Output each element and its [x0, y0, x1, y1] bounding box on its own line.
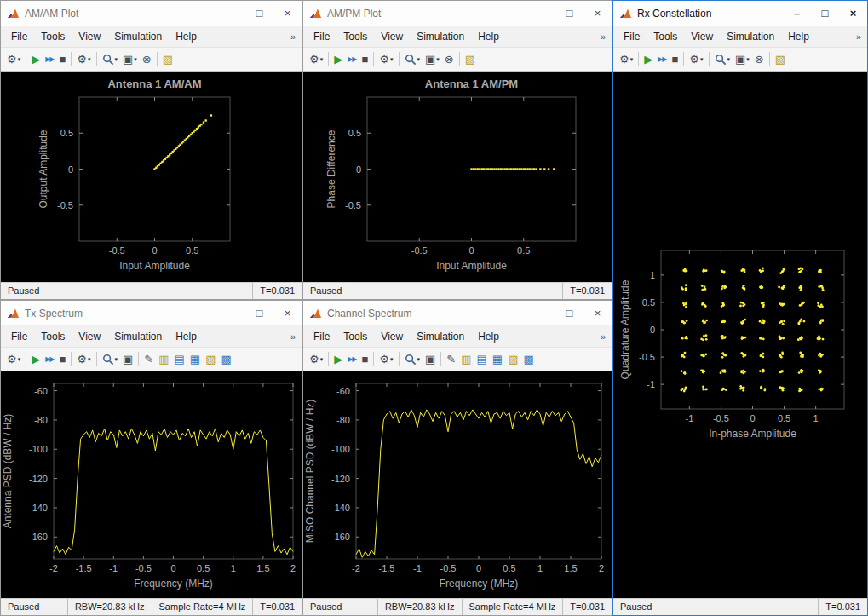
- menu-view[interactable]: View: [374, 27, 410, 46]
- channel-measurements-icon[interactable]: ▤: [172, 352, 187, 366]
- step-forward-icon[interactable]: ▶▶: [345, 55, 359, 65]
- print-options-icon[interactable]: ⚙▾: [4, 52, 23, 66]
- measurements-icon[interactable]: ▧: [463, 52, 478, 66]
- menu-file[interactable]: File: [617, 27, 647, 46]
- scale-axes-icon[interactable]: ▣▾: [423, 52, 442, 66]
- measurements-icon[interactable]: ▧: [160, 52, 175, 66]
- menu-simulation[interactable]: Simulation: [720, 27, 781, 46]
- spectral-mask-icon[interactable]: ✎: [444, 352, 458, 366]
- minimize-button[interactable]: –: [527, 1, 555, 26]
- stop-icon[interactable]: ■: [359, 52, 371, 66]
- peak-finder-icon[interactable]: ▥: [156, 352, 171, 366]
- scale-axes-icon[interactable]: ▣: [423, 352, 438, 366]
- close-button[interactable]: ×: [583, 1, 612, 26]
- spectral-mask-icon[interactable]: ✎: [141, 352, 156, 366]
- maximize-button[interactable]: □: [245, 1, 273, 26]
- print-options-icon[interactable]: ⚙▾: [617, 52, 635, 66]
- run-button-icon[interactable]: ▶: [331, 352, 345, 366]
- titlebar[interactable]: Channel Spectrum – □ ×: [303, 301, 612, 325]
- cursor-measurements-icon[interactable]: ▩: [520, 352, 536, 366]
- minimize-button[interactable]: –: [217, 1, 245, 26]
- scale-axes-icon[interactable]: ▣▾: [120, 52, 140, 66]
- titlebar[interactable]: Tx Spectrum – □ ×: [1, 301, 302, 325]
- close-button[interactable]: ×: [273, 301, 302, 325]
- stop-icon[interactable]: ■: [669, 52, 681, 66]
- print-options-icon[interactable]: ⚙▾: [307, 52, 325, 66]
- menu-view[interactable]: View: [72, 27, 107, 46]
- tx-spectrum-canvas[interactable]: -2-1.5-1-0.500.511.52-160-140-120-100-80…: [1, 371, 302, 598]
- scale-axes-icon[interactable]: ▣▾: [733, 52, 752, 66]
- menu-simulation[interactable]: Simulation: [107, 27, 169, 46]
- simulation-settings-icon[interactable]: ⚙▾: [687, 52, 705, 66]
- distortion-measurements-icon[interactable]: ▦: [490, 352, 505, 366]
- simulation-settings-icon[interactable]: ⚙▾: [377, 352, 395, 366]
- zoom-icon[interactable]: ▾: [402, 52, 423, 67]
- menu-simulation[interactable]: Simulation: [410, 327, 471, 346]
- step-forward-icon[interactable]: ▶▶: [43, 55, 56, 65]
- menu-tools[interactable]: Tools: [34, 327, 72, 346]
- zoom-icon[interactable]: ▾: [712, 52, 733, 67]
- menu-file[interactable]: File: [4, 27, 34, 46]
- maximize-button[interactable]: □: [245, 301, 273, 325]
- minimize-button[interactable]: –: [527, 301, 555, 325]
- menu-file[interactable]: File: [307, 27, 336, 46]
- zoom-icon[interactable]: ▾: [100, 352, 121, 367]
- menu-overflow-icon[interactable]: »: [288, 331, 298, 342]
- menu-file[interactable]: File: [4, 327, 34, 346]
- menu-overflow-icon[interactable]: »: [288, 32, 298, 42]
- spectrogram-icon[interactable]: ▧: [505, 352, 520, 366]
- close-button[interactable]: ×: [839, 1, 867, 26]
- distortion-measurements-icon[interactable]: ▦: [187, 352, 203, 366]
- amam-plot-canvas[interactable]: -0.500.5-0.500.5Antenna 1 AM/AMInput Amp…: [1, 72, 302, 282]
- titlebar[interactable]: AM/AM Plot – □ ×: [1, 1, 302, 26]
- menu-simulation[interactable]: Simulation: [107, 327, 169, 346]
- menu-help[interactable]: Help: [471, 27, 506, 46]
- menu-overflow-icon[interactable]: »: [598, 331, 608, 342]
- constellation-plot-canvas[interactable]: -1-0.500.51-1-0.500.51In-phase Amplitude…: [613, 72, 867, 598]
- menu-view[interactable]: View: [684, 27, 720, 46]
- menu-view[interactable]: View: [72, 327, 107, 346]
- menu-simulation[interactable]: Simulation: [410, 27, 471, 46]
- titlebar[interactable]: AM/PM Plot – □ ×: [303, 1, 612, 26]
- scale-axes-icon[interactable]: ▣: [120, 352, 135, 366]
- simulation-settings-icon[interactable]: ⚙▾: [377, 52, 395, 66]
- clear-display-icon[interactable]: ⊗: [752, 52, 767, 66]
- menu-help[interactable]: Help: [169, 27, 204, 46]
- print-options-icon[interactable]: ⚙▾: [307, 352, 325, 366]
- cursor-measurements-icon[interactable]: ▩: [218, 352, 233, 366]
- maximize-button[interactable]: □: [811, 1, 839, 26]
- menu-tools[interactable]: Tools: [34, 27, 72, 46]
- run-button-icon[interactable]: ▶: [29, 352, 43, 366]
- step-forward-icon[interactable]: ▶▶: [43, 354, 56, 365]
- minimize-button[interactable]: –: [217, 301, 245, 325]
- run-button-icon[interactable]: ▶: [29, 52, 43, 66]
- maximize-button[interactable]: □: [555, 1, 583, 26]
- menu-help[interactable]: Help: [169, 327, 204, 346]
- channel-measurements-icon[interactable]: ▤: [474, 352, 490, 366]
- peak-finder-icon[interactable]: ▥: [458, 352, 474, 366]
- stop-icon[interactable]: ■: [56, 52, 68, 66]
- measurements-icon[interactable]: ▧: [773, 52, 788, 66]
- menu-view[interactable]: View: [374, 327, 410, 346]
- clear-display-icon[interactable]: ⊗: [140, 52, 154, 66]
- step-forward-icon[interactable]: ▶▶: [655, 55, 669, 65]
- close-button[interactable]: ×: [583, 301, 612, 325]
- menu-tools[interactable]: Tools: [647, 27, 684, 46]
- channel-spectrum-canvas[interactable]: -2-1.5-1-0.500.511.52-160-140-120-100-80…: [303, 371, 612, 598]
- menu-tools[interactable]: Tools: [336, 27, 374, 46]
- step-forward-icon[interactable]: ▶▶: [345, 354, 359, 365]
- clear-display-icon[interactable]: ⊗: [442, 52, 457, 66]
- maximize-button[interactable]: □: [555, 301, 583, 325]
- run-button-icon[interactable]: ▶: [641, 52, 655, 66]
- minimize-button[interactable]: –: [783, 1, 811, 26]
- menu-tools[interactable]: Tools: [336, 327, 374, 346]
- menu-overflow-icon[interactable]: »: [854, 32, 864, 42]
- zoom-icon[interactable]: ▾: [100, 52, 121, 67]
- menu-overflow-icon[interactable]: »: [598, 32, 608, 42]
- stop-icon[interactable]: ■: [56, 352, 68, 366]
- close-button[interactable]: ×: [273, 1, 302, 26]
- menu-file[interactable]: File: [307, 327, 336, 346]
- stop-icon[interactable]: ■: [359, 352, 371, 366]
- titlebar[interactable]: Rx Constellation – □ ×: [613, 1, 867, 26]
- run-button-icon[interactable]: ▶: [331, 52, 345, 66]
